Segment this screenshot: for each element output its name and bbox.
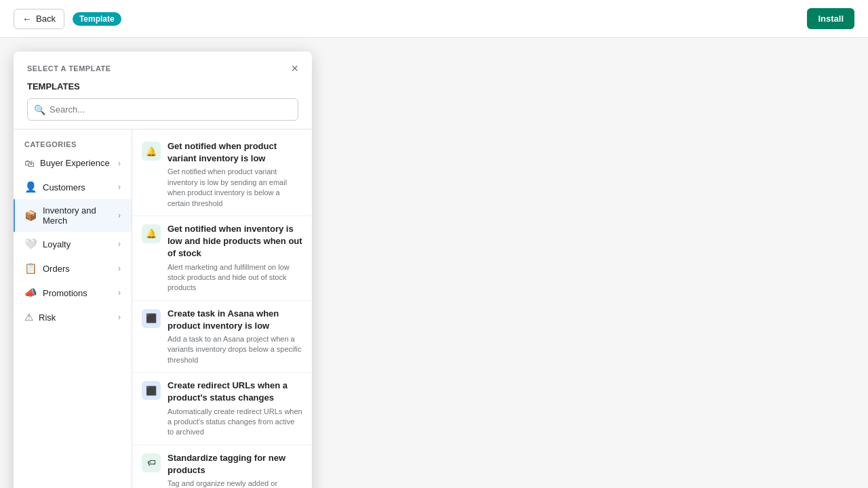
back-button[interactable]: ← Back xyxy=(14,9,64,29)
template-badge: Template xyxy=(73,12,121,26)
back-label: Back xyxy=(36,14,56,24)
back-icon: ← xyxy=(22,14,32,24)
topbar-left: ← Back Template xyxy=(14,9,121,29)
install-button[interactable]: Install xyxy=(807,8,854,29)
topbar: ← Back Template Install xyxy=(0,0,868,38)
